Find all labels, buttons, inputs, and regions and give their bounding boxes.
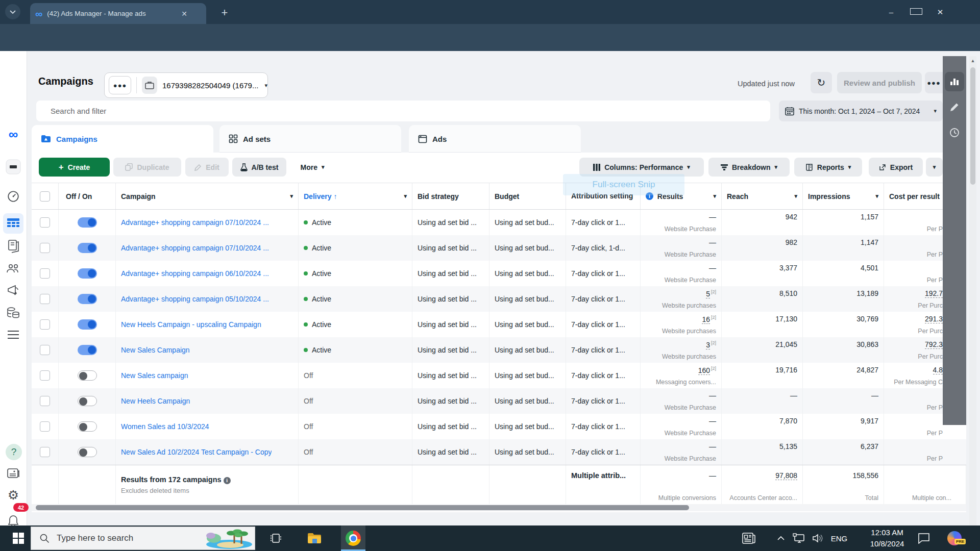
campaign-toggle[interactable] [78,243,97,253]
date-range-selector[interactable]: This month: Oct 1, 2024 – Oct 7, 2024 ▾ [779,101,943,121]
widgets-news-button[interactable] [737,525,761,551]
campaign-link[interactable]: Advantage+ shopping campaign 05/10/2024 … [121,295,269,303]
row-checkbox[interactable] [32,235,59,261]
copilot-button[interactable]: PRE [942,525,967,551]
horizontal-scrollbar[interactable] [32,504,966,511]
breakdown-button[interactable]: Breakdown ▾ [708,158,790,177]
row-checkbox[interactable] [32,388,59,414]
network-tray-icon[interactable] [789,525,808,551]
account-dots-icon[interactable]: ●●● [109,76,131,94]
campaign-link[interactable]: New Sales Ad 10/2/2024 Test Campaign - C… [121,448,272,456]
campaign-toggle[interactable] [78,370,97,381]
file-explorer-button[interactable] [302,525,327,551]
export-caret-button[interactable]: ▾ [926,158,943,177]
campaign-toggle[interactable] [78,345,97,355]
row-checkbox[interactable] [32,210,59,235]
header-more-button[interactable]: ●●● [925,72,943,93]
more-button[interactable]: More ▾ [293,158,332,177]
header-delivery[interactable]: Delivery ↑▾ [299,183,412,209]
campaign-link[interactable]: New Sales campaign [121,371,188,380]
charts-panel-button[interactable] [945,72,964,91]
campaign-link[interactable]: Women Sales ad 10/3/2024 [121,422,209,431]
account-selector[interactable]: ●●● 1679398282504049 (1679... ▾ [104,72,268,98]
export-button[interactable]: Export [869,158,923,177]
campaign-toggle[interactable] [78,217,97,228]
row-checkbox[interactable] [32,286,59,312]
taskbar-search-input[interactable] [56,533,185,544]
row-checkbox[interactable] [32,337,59,363]
window-minimize-button[interactable]: – [886,8,897,16]
taskbar-clock[interactable]: 12:03 AM 10/8/2024 [862,527,913,549]
campaign-link[interactable]: Advantage+ shopping campaign 07/10/2024 … [121,218,269,227]
notification-center-button[interactable] [912,525,936,551]
row-checkbox[interactable] [32,414,59,439]
campaign-link[interactable]: Advantage+ shopping campaign 06/10/2024 … [121,269,269,278]
search-filter-input[interactable] [36,101,770,121]
ads-megaphone-icon[interactable] [0,284,27,297]
tab-ad-sets[interactable]: Ad sets [219,125,401,153]
window-maximize-button[interactable] [910,8,921,16]
overview-gauge-icon[interactable] [0,190,27,203]
campaign-toggle[interactable] [78,319,97,330]
campaign-toggle[interactable] [78,294,97,304]
horizontal-scrollbar-thumb[interactable] [36,505,689,510]
header-budget[interactable]: Budget [489,183,566,209]
account-avatar-chip[interactable] [0,159,27,174]
task-view-button[interactable] [263,525,288,551]
row-checkbox[interactable] [32,439,59,465]
reports-button[interactable]: Reports ▾ [794,158,862,177]
table-row[interactable]: Advantage+ shopping campaign 05/10/2024 … [32,286,966,312]
start-button[interactable] [7,525,30,551]
header-bid-strategy[interactable]: Bid strategy [412,183,489,209]
campaign-toggle[interactable] [78,447,97,457]
tray-expand-button[interactable] [772,525,790,551]
history-panel-button[interactable] [943,128,966,138]
table-row[interactable]: Advantage+ shopping campaign 07/10/2024 … [32,210,966,235]
table-row[interactable]: Advantage+ shopping campaign 07/10/2024 … [32,235,966,261]
tab-close-icon[interactable]: ✕ [181,10,187,18]
campaign-toggle[interactable] [78,396,97,406]
campaigns-table-icon[interactable] [0,217,27,230]
table-row[interactable]: New Sales campaign Off Using ad set bid … [32,363,966,388]
billing-coins-icon[interactable] [0,306,27,319]
vertical-scrollbar-thumb[interactable] [970,67,975,185]
row-checkbox[interactable] [32,261,59,286]
settings-gear-icon[interactable]: ⚙ [0,488,27,503]
all-tools-menu-icon[interactable] [0,330,27,340]
header-campaign[interactable]: Campaign▾ [116,183,299,209]
taskbar-search[interactable] [31,527,255,550]
browser-tab[interactable]: ∞ (42) Ads Manager - Manage ads ✕ [30,3,206,24]
refresh-button[interactable]: ↻ [811,72,832,93]
table-row[interactable]: New Heels Campaign Off Using ad set bid … [32,388,966,414]
language-indicator[interactable]: ENG [828,525,850,551]
tab-ads[interactable]: Ads [409,125,581,153]
new-tab-button[interactable]: + [217,5,232,20]
tab-campaigns[interactable]: Campaigns [32,125,213,153]
chrome-taskbar-button[interactable] [341,525,365,551]
weather-island-graphic[interactable] [199,527,255,549]
ab-test-button[interactable]: A/B test [232,158,286,177]
duplicate-button[interactable]: Duplicate [113,158,181,177]
campaign-toggle[interactable] [78,421,97,432]
footer-info-icon[interactable]: i [224,477,231,484]
vertical-scrollbar[interactable]: ▲ [969,56,976,525]
edit-button[interactable]: Edit [185,158,229,177]
row-checkbox[interactable] [32,312,59,337]
help-icon[interactable]: ? [6,444,22,460]
updates-note-icon[interactable] [0,467,27,480]
header-reach[interactable]: Reach▾ [722,183,803,209]
create-button[interactable]: + Create [39,158,110,177]
campaign-toggle[interactable] [78,268,97,279]
window-close-button[interactable]: ✕ [935,8,946,17]
header-impressions[interactable]: Impressions▾ [803,183,884,209]
tab-search-chevron-button[interactable] [5,4,20,19]
table-row[interactable]: New Heels Campaign - upscaling Campaign … [32,312,966,337]
table-row[interactable]: Women Sales ad 10/3/2024 Off Using ad se… [32,414,966,439]
campaign-link[interactable]: Advantage+ shopping campaign 07/10/2024 … [121,244,269,252]
campaign-link[interactable]: New Heels Campaign - upscaling Campaign [121,320,261,329]
campaign-link[interactable]: New Heels Campaign [121,397,190,405]
table-row[interactable]: New Sales Campaign Active Using ad set b… [32,337,966,363]
row-checkbox[interactable] [32,363,59,388]
select-all-checkbox[interactable] [32,183,59,209]
volume-tray-icon[interactable] [808,525,828,551]
